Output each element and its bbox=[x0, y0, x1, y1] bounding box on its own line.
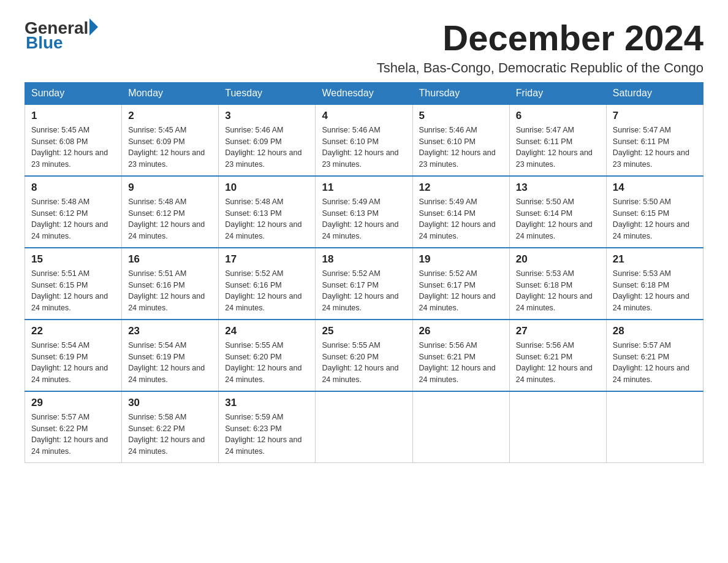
weekday-header-row: Sunday Monday Tuesday Wednesday Thursday… bbox=[25, 82, 703, 104]
day-info: Sunrise: 5:53 AM Sunset: 6:18 PM Dayligh… bbox=[613, 268, 697, 314]
day-info: Sunrise: 5:48 AM Sunset: 6:13 PM Dayligh… bbox=[225, 196, 309, 242]
day-number: 13 bbox=[516, 182, 600, 194]
day-number: 20 bbox=[516, 253, 600, 266]
calendar-cell: 6 Sunrise: 5:47 AM Sunset: 6:11 PM Dayli… bbox=[509, 104, 606, 176]
day-info: Sunrise: 5:52 AM Sunset: 6:16 PM Dayligh… bbox=[225, 268, 309, 314]
calendar-cell: 4 Sunrise: 5:46 AM Sunset: 6:10 PM Dayli… bbox=[316, 104, 412, 176]
day-info: Sunrise: 5:51 AM Sunset: 6:16 PM Dayligh… bbox=[128, 268, 212, 314]
day-number: 12 bbox=[419, 182, 503, 194]
day-number: 9 bbox=[128, 182, 212, 194]
day-info: Sunrise: 5:54 AM Sunset: 6:19 PM Dayligh… bbox=[31, 340, 115, 386]
calendar-cell: 13 Sunrise: 5:50 AM Sunset: 6:14 PM Dayl… bbox=[509, 176, 606, 248]
logo-blue-text: Blue bbox=[26, 33, 98, 53]
day-number: 28 bbox=[613, 325, 697, 337]
calendar-cell: 3 Sunrise: 5:46 AM Sunset: 6:09 PM Dayli… bbox=[219, 104, 316, 176]
day-number: 19 bbox=[419, 253, 503, 266]
day-number: 18 bbox=[322, 253, 406, 266]
calendar-cell: 26 Sunrise: 5:56 AM Sunset: 6:21 PM Dayl… bbox=[412, 320, 509, 391]
header-thursday: Thursday bbox=[412, 82, 509, 104]
day-info: Sunrise: 5:48 AM Sunset: 6:12 PM Dayligh… bbox=[128, 196, 212, 242]
day-number: 11 bbox=[322, 182, 406, 194]
calendar-cell bbox=[316, 391, 412, 463]
day-number: 10 bbox=[225, 182, 309, 194]
day-number: 24 bbox=[225, 325, 309, 337]
day-number: 2 bbox=[128, 110, 212, 122]
day-info: Sunrise: 5:47 AM Sunset: 6:11 PM Dayligh… bbox=[613, 124, 697, 170]
day-number: 21 bbox=[613, 253, 697, 266]
header-sunday: Sunday bbox=[25, 82, 122, 104]
day-info: Sunrise: 5:51 AM Sunset: 6:15 PM Dayligh… bbox=[31, 268, 115, 314]
day-info: Sunrise: 5:52 AM Sunset: 6:17 PM Dayligh… bbox=[419, 268, 503, 314]
day-info: Sunrise: 5:56 AM Sunset: 6:21 PM Dayligh… bbox=[516, 340, 600, 386]
day-info: Sunrise: 5:48 AM Sunset: 6:12 PM Dayligh… bbox=[31, 196, 115, 242]
calendar-cell: 2 Sunrise: 5:45 AM Sunset: 6:09 PM Dayli… bbox=[122, 104, 219, 176]
header-wednesday: Wednesday bbox=[316, 82, 412, 104]
calendar-cell: 21 Sunrise: 5:53 AM Sunset: 6:18 PM Dayl… bbox=[606, 248, 703, 320]
day-number: 4 bbox=[322, 110, 406, 122]
day-number: 25 bbox=[322, 325, 406, 337]
day-info: Sunrise: 5:54 AM Sunset: 6:19 PM Dayligh… bbox=[128, 340, 212, 386]
calendar-cell bbox=[606, 391, 703, 463]
calendar-cell: 22 Sunrise: 5:54 AM Sunset: 6:19 PM Dayl… bbox=[25, 320, 122, 391]
calendar-cell: 16 Sunrise: 5:51 AM Sunset: 6:16 PM Dayl… bbox=[122, 248, 219, 320]
calendar-cell: 18 Sunrise: 5:52 AM Sunset: 6:17 PM Dayl… bbox=[316, 248, 412, 320]
calendar-cell: 23 Sunrise: 5:54 AM Sunset: 6:19 PM Dayl… bbox=[122, 320, 219, 391]
month-year-title: December 2024 bbox=[377, 18, 703, 58]
day-info: Sunrise: 5:50 AM Sunset: 6:14 PM Dayligh… bbox=[516, 196, 600, 242]
day-number: 7 bbox=[613, 110, 697, 122]
week-row-3: 15 Sunrise: 5:51 AM Sunset: 6:15 PM Dayl… bbox=[25, 248, 703, 320]
calendar-cell bbox=[509, 391, 606, 463]
calendar-cell: 14 Sunrise: 5:50 AM Sunset: 6:15 PM Dayl… bbox=[606, 176, 703, 248]
day-number: 30 bbox=[128, 397, 212, 409]
day-info: Sunrise: 5:45 AM Sunset: 6:08 PM Dayligh… bbox=[31, 124, 115, 170]
calendar-cell: 31 Sunrise: 5:59 AM Sunset: 6:23 PM Dayl… bbox=[219, 391, 316, 463]
location-subtitle: Tshela, Bas-Congo, Democratic Republic o… bbox=[377, 60, 703, 76]
day-info: Sunrise: 5:46 AM Sunset: 6:10 PM Dayligh… bbox=[322, 124, 406, 170]
calendar-cell: 20 Sunrise: 5:53 AM Sunset: 6:18 PM Dayl… bbox=[509, 248, 606, 320]
day-number: 3 bbox=[225, 110, 309, 122]
day-number: 17 bbox=[225, 253, 309, 266]
day-info: Sunrise: 5:55 AM Sunset: 6:20 PM Dayligh… bbox=[225, 340, 309, 386]
header-tuesday: Tuesday bbox=[219, 82, 316, 104]
week-row-5: 29 Sunrise: 5:57 AM Sunset: 6:22 PM Dayl… bbox=[25, 391, 703, 463]
logo: General Blue bbox=[25, 18, 98, 53]
header-saturday: Saturday bbox=[606, 82, 703, 104]
header-monday: Monday bbox=[122, 82, 219, 104]
calendar-cell: 30 Sunrise: 5:58 AM Sunset: 6:22 PM Dayl… bbox=[122, 391, 219, 463]
calendar-cell: 29 Sunrise: 5:57 AM Sunset: 6:22 PM Dayl… bbox=[25, 391, 122, 463]
calendar-table: Sunday Monday Tuesday Wednesday Thursday… bbox=[25, 82, 703, 463]
day-info: Sunrise: 5:49 AM Sunset: 6:13 PM Dayligh… bbox=[322, 196, 406, 242]
calendar-cell: 7 Sunrise: 5:47 AM Sunset: 6:11 PM Dayli… bbox=[606, 104, 703, 176]
calendar-cell: 28 Sunrise: 5:57 AM Sunset: 6:21 PM Dayl… bbox=[606, 320, 703, 391]
day-number: 26 bbox=[419, 325, 503, 337]
day-info: Sunrise: 5:46 AM Sunset: 6:10 PM Dayligh… bbox=[419, 124, 503, 170]
day-number: 5 bbox=[419, 110, 503, 122]
header: General Blue December 2024 Tshela, Bas-C… bbox=[25, 18, 703, 76]
calendar-cell: 15 Sunrise: 5:51 AM Sunset: 6:15 PM Dayl… bbox=[25, 248, 122, 320]
day-number: 31 bbox=[225, 397, 309, 409]
calendar-cell: 24 Sunrise: 5:55 AM Sunset: 6:20 PM Dayl… bbox=[219, 320, 316, 391]
calendar-cell bbox=[412, 391, 509, 463]
header-friday: Friday bbox=[509, 82, 606, 104]
day-info: Sunrise: 5:59 AM Sunset: 6:23 PM Dayligh… bbox=[225, 412, 309, 458]
calendar-cell: 19 Sunrise: 5:52 AM Sunset: 6:17 PM Dayl… bbox=[412, 248, 509, 320]
calendar-cell: 5 Sunrise: 5:46 AM Sunset: 6:10 PM Dayli… bbox=[412, 104, 509, 176]
day-info: Sunrise: 5:45 AM Sunset: 6:09 PM Dayligh… bbox=[128, 124, 212, 170]
day-info: Sunrise: 5:52 AM Sunset: 6:17 PM Dayligh… bbox=[322, 268, 406, 314]
day-info: Sunrise: 5:53 AM Sunset: 6:18 PM Dayligh… bbox=[516, 268, 600, 314]
day-info: Sunrise: 5:50 AM Sunset: 6:15 PM Dayligh… bbox=[613, 196, 697, 242]
calendar-cell: 27 Sunrise: 5:56 AM Sunset: 6:21 PM Dayl… bbox=[509, 320, 606, 391]
day-number: 27 bbox=[516, 325, 600, 337]
day-number: 16 bbox=[128, 253, 212, 266]
day-number: 22 bbox=[31, 325, 115, 337]
day-info: Sunrise: 5:49 AM Sunset: 6:14 PM Dayligh… bbox=[419, 196, 503, 242]
week-row-1: 1 Sunrise: 5:45 AM Sunset: 6:08 PM Dayli… bbox=[25, 104, 703, 176]
day-number: 6 bbox=[516, 110, 600, 122]
day-info: Sunrise: 5:55 AM Sunset: 6:20 PM Dayligh… bbox=[322, 340, 406, 386]
week-row-4: 22 Sunrise: 5:54 AM Sunset: 6:19 PM Dayl… bbox=[25, 320, 703, 391]
day-number: 8 bbox=[31, 182, 115, 194]
calendar-cell: 1 Sunrise: 5:45 AM Sunset: 6:08 PM Dayli… bbox=[25, 104, 122, 176]
day-info: Sunrise: 5:58 AM Sunset: 6:22 PM Dayligh… bbox=[128, 412, 212, 458]
calendar-cell: 10 Sunrise: 5:48 AM Sunset: 6:13 PM Dayl… bbox=[219, 176, 316, 248]
calendar-cell: 25 Sunrise: 5:55 AM Sunset: 6:20 PM Dayl… bbox=[316, 320, 412, 391]
